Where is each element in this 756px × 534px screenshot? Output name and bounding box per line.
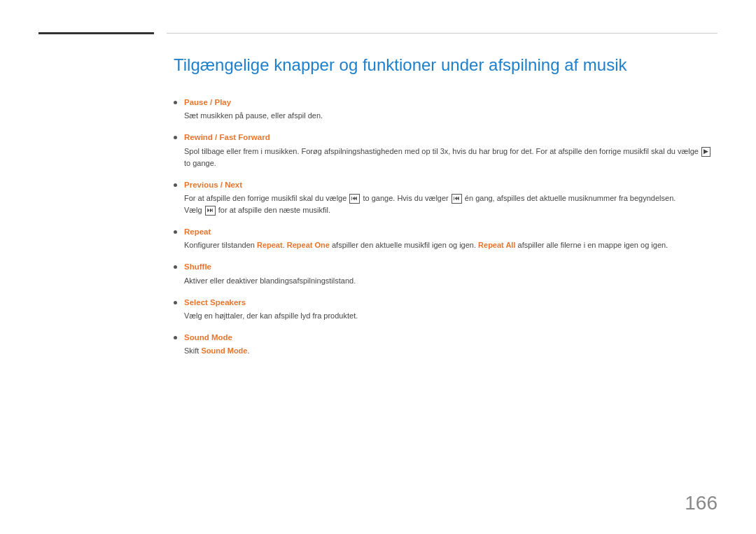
list-item: Repeat Konfigurer tilstanden Repeat. Rep… <box>174 226 718 258</box>
bullet-dot <box>174 336 177 339</box>
item-desc-previous-next: For at afspille den forrige musikfil ska… <box>184 192 718 216</box>
bullet-dot <box>174 301 177 304</box>
bullet-dot <box>174 265 177 269</box>
bullet-content: Select Speakers Vælg en højttaler, der k… <box>184 297 718 329</box>
bullet-dot <box>174 136 177 139</box>
item-label-select-speakers: Select Speakers <box>184 297 718 309</box>
item-label-shuffle: Shuffle <box>184 261 718 273</box>
next-icon: ⏭ <box>205 206 216 216</box>
item-desc-sound-mode: Skift Sound Mode. <box>184 345 718 357</box>
repeat-one-highlight: Repeat One <box>287 241 330 249</box>
bullet-content: Previous / Next For at afspille den forr… <box>184 179 718 223</box>
list-item: Rewind / Fast Forward Spol tilbage eller… <box>174 132 718 176</box>
list-item: Sound Mode Skift Sound Mode. <box>174 332 718 364</box>
content-area: Tilgængelige knapper og funktioner under… <box>0 34 756 534</box>
item-desc-shuffle: Aktiver eller deaktiver blandingsafspiln… <box>184 275 718 287</box>
play-icon: ▶ <box>701 147 710 157</box>
bullet-content: Sound Mode Skift Sound Mode. <box>184 332 718 364</box>
list-item: Previous / Next For at afspille den forr… <box>174 179 718 223</box>
item-desc-repeat: Konfigurer tilstanden Repeat. Repeat One… <box>184 239 718 251</box>
item-desc-pause-play: Sæt musikken på pause, eller afspil den. <box>184 110 718 122</box>
repeat-all-highlight: Repeat All <box>478 241 515 249</box>
item-label-sound-mode: Sound Mode <box>184 332 718 344</box>
bullet-content: Shuffle Aktiver eller deaktiver blanding… <box>184 261 718 293</box>
prev-icon2: ⏮ <box>451 194 462 204</box>
item-desc-rewind-ff: Spol tilbage eller frem i musikken. Forø… <box>184 146 718 169</box>
item-label-rewind-ff: Rewind / Fast Forward <box>184 132 718 143</box>
list-item: Pause / Play Sæt musikken på pause, elle… <box>174 97 718 129</box>
bullet-content: Repeat Konfigurer tilstanden Repeat. Rep… <box>184 226 718 258</box>
list-item: Select Speakers Vælg en højttaler, der k… <box>174 297 718 329</box>
item-label-repeat: Repeat <box>184 226 718 238</box>
page-title: Tilgængelige knapper og funktioner under… <box>174 54 718 76</box>
repeat-highlight: Repeat <box>257 241 283 249</box>
bullet-dot <box>174 230 177 234</box>
item-desc-select-speakers: Vælg en højttaler, der kan afspille lyd … <box>184 310 718 322</box>
page-number: 166 <box>685 492 718 514</box>
bullet-dot <box>174 183 177 187</box>
page-container: Tilgængelige knapper og funktioner under… <box>0 0 756 534</box>
top-bar-right-line <box>167 33 718 34</box>
top-bar <box>0 0 756 34</box>
item-label-pause-play: Pause / Play <box>184 97 718 108</box>
sound-mode-highlight: Sound Mode <box>201 346 247 355</box>
bullet-list: Pause / Play Sæt musikken på pause, elle… <box>174 97 718 364</box>
list-item: Shuffle Aktiver eller deaktiver blanding… <box>174 261 718 293</box>
bullet-content: Pause / Play Sæt musikken på pause, elle… <box>184 97 718 129</box>
prev-icon: ⏮ <box>349 194 360 204</box>
item-label-previous-next: Previous / Next <box>184 179 718 191</box>
bullet-dot <box>174 101 177 104</box>
bullet-content: Rewind / Fast Forward Spol tilbage eller… <box>184 132 718 176</box>
